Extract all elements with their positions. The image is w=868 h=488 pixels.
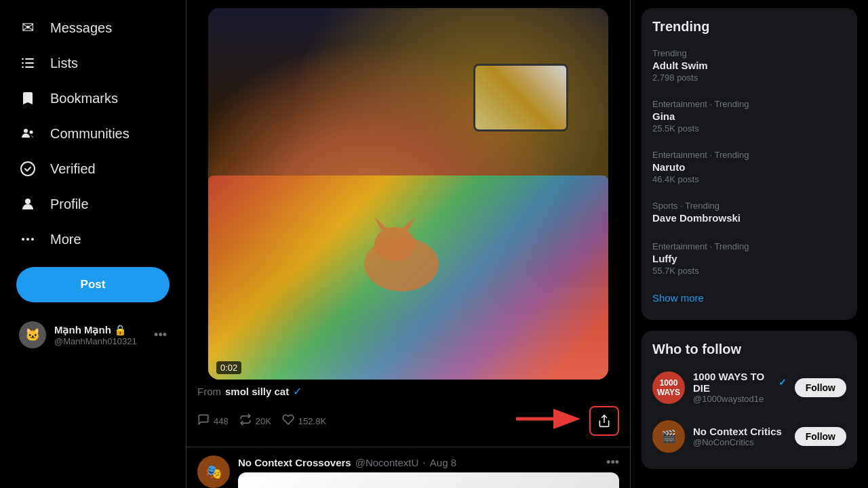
sidebar-item-verified[interactable]: Verified [8,152,178,186]
svg-point-9 [25,199,31,204]
sidebar-item-label-verified: Verified [50,161,96,177]
follow-info-0: 1000 WAYS TO DIE ✓ @1000waystod1e [693,371,787,404]
svg-rect-2 [22,62,24,64]
user-display-name: Mạnh Mạnh 🔒 [54,324,146,336]
trending-posts-4: 55.7K posts [652,266,846,276]
user-profile-area[interactable]: 🐱 Mạnh Mạnh 🔒 @ManhManh010321 ••• [8,313,178,357]
trending-category-4: Entertainment · Trending [652,241,846,251]
trending-posts-1: 25.5K posts [652,123,846,134]
follow-item-0[interactable]: 1000WAYS 1000 WAYS TO DIE ✓ @1000waystod… [642,363,857,412]
sidebar-nav: ✉ Messages Lists Bookmarks Communities [8,11,178,256]
video-source: From smol silly cat ✓ [197,385,619,398]
from-label: From [197,386,221,397]
verified-icon [19,160,37,178]
comment-count: 448 [214,416,229,426]
tweet-header: No Context Crossovers @NocontextU · Aug … [238,455,619,470]
comment-action[interactable]: 448 [197,408,239,434]
follow-avatar-0: 1000WAYS [652,371,685,404]
trending-topic-1: Gina [652,110,846,122]
svg-rect-1 [25,58,34,60]
svg-marker-16 [401,217,415,230]
follow-avatar-1: 🎬 [652,420,685,453]
tweet-avatar: 🎭 [197,455,230,488]
trending-title: Trending [642,16,857,40]
svg-point-8 [21,162,35,176]
post-actions: 448 20K 152.8K [197,398,619,439]
post-button[interactable]: Post [16,267,170,302]
tweet-author: No Context Crossovers [238,457,351,468]
sidebar-item-messages[interactable]: ✉ Messages [8,11,178,45]
lists-icon [19,54,37,72]
share-button[interactable] [589,406,619,436]
follow-handle-0: @1000waystod1e [693,394,787,404]
show-more-button[interactable]: Show more [642,284,857,312]
tweet-separator: · [422,457,425,469]
trending-posts-0: 2,798 posts [652,73,846,83]
trending-item-3[interactable]: Sports · Trending Dave Dombrowski [642,192,857,233]
sidebar-item-more[interactable]: More [8,222,178,256]
sidebar-item-label-bookmarks: Bookmarks [50,91,118,106]
trending-topic-0: Adult Swim [652,60,846,71]
share-button-wrapper [589,406,619,436]
follow-info-1: No Context Critics @NoConCritics [693,426,787,447]
second-tweet[interactable]: 🎭 No Context Crossovers @NocontextU · Au… [186,447,630,488]
more-icon [19,230,37,248]
svg-rect-3 [25,62,34,64]
follow-name-0: 1000 WAYS TO DIE ✓ [693,371,787,394]
tweet-time: Aug 8 [430,457,456,468]
video-wrapper[interactable]: 0:02 [208,8,608,380]
like-count: 152.8K [298,416,326,426]
sidebar: ✉ Messages Lists Bookmarks Communities [0,0,186,488]
like-icon [282,413,294,429]
user-menu-dots-icon[interactable]: ••• [154,328,167,342]
svg-rect-5 [25,66,34,68]
main-content: 0:02 From smol silly cat ✓ 448 [186,0,631,488]
bookmarks-icon [19,89,37,107]
tweet-body: No Context Crossovers @NocontextU · Aug … [238,455,619,488]
sidebar-item-lists[interactable]: Lists [8,46,178,80]
avatar: 🐱 [19,321,46,348]
trending-category-3: Sports · Trending [652,201,846,211]
sidebar-item-label-lists: Lists [50,56,78,71]
trending-category-1: Entertainment · Trending [652,99,846,109]
user-handle: @ManhManh010321 [54,336,146,346]
follow-button-1[interactable]: Follow [795,427,846,446]
sidebar-item-bookmarks[interactable]: Bookmarks [8,81,178,115]
svg-point-12 [31,238,34,241]
follow-button-0[interactable]: Follow [795,378,846,397]
follow-item-1[interactable]: 🎬 No Context Critics @NoConCritics Follo… [642,412,857,461]
svg-point-11 [26,238,29,241]
trending-item-2[interactable]: Entertainment · Trending Naruto 46.4K po… [642,142,857,192]
trending-item-1[interactable]: Entertainment · Trending Gina 25.5K post… [642,91,857,142]
retweet-action[interactable]: 20K [239,408,282,434]
tweet-more-button[interactable]: ••• [606,455,619,470]
annotation-arrow [516,409,584,429]
trending-topic-2: Naruto [652,161,846,173]
svg-point-14 [374,227,415,261]
svg-point-7 [30,131,33,134]
source-verified-badge: ✓ [293,385,302,398]
trending-topic-4: Luffy [652,253,846,264]
svg-rect-4 [22,66,24,68]
sidebar-item-label-messages: Messages [50,20,112,36]
like-action[interactable]: 152.8K [282,408,337,434]
trending-topic-3: Dave Dombrowski [652,212,846,224]
svg-point-10 [22,238,24,241]
source-name[interactable]: smol silly cat [225,386,289,397]
sidebar-item-profile[interactable]: Profile [8,187,178,221]
comment-icon [197,413,210,429]
svg-marker-15 [374,217,388,230]
retweet-count: 20K [256,416,271,426]
video-frame [208,8,608,380]
tablet-screen [475,66,566,129]
sidebar-item-communities[interactable]: Communities [8,117,178,150]
trending-item-0[interactable]: Trending Adult Swim 2,798 posts [642,40,857,91]
video-timestamp: 0:02 [216,361,241,374]
sidebar-item-label-more: More [50,232,81,247]
who-to-follow-section: Who to follow 1000WAYS 1000 WAYS TO DIE … [642,331,857,469]
follow-name-1: No Context Critics [693,426,787,437]
right-sidebar: Trending Trending Adult Swim 2,798 posts… [631,0,868,488]
lock-icon: 🔒 [114,324,127,336]
video-post-container: 0:02 From smol silly cat ✓ 448 [186,0,630,447]
trending-item-4[interactable]: Entertainment · Trending Luffy 55.7K pos… [642,233,857,284]
